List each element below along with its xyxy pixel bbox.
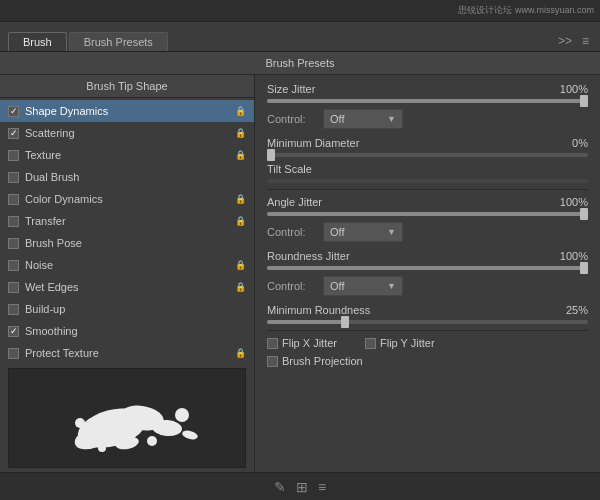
top-bar: 思锐设计论坛 www.missyuan.com [0, 0, 600, 22]
lock-icon: 🔒 [235, 282, 246, 292]
brush-projection-checkbox[interactable]: Brush Projection [267, 355, 363, 367]
watermark: 思锐设计论坛 www.missyuan.com [6, 4, 594, 17]
brush-item-checkbox [8, 194, 19, 205]
angle-jitter-slider[interactable] [267, 212, 588, 216]
brush-item-checkbox [8, 260, 19, 271]
divider-2 [267, 330, 588, 331]
angle-jitter-value: 100% [553, 196, 588, 208]
grid-icon[interactable]: ⊞ [296, 479, 308, 495]
main-content: Brush Tip Shape ✓Shape Dynamics🔒✓Scatter… [0, 75, 600, 472]
brush-item-checkbox: ✓ [8, 106, 19, 117]
brush-list-item[interactable]: Dual Brush [0, 166, 254, 188]
right-panel: Size Jitter 100% Control: Off ▼ Minimum … [255, 75, 600, 472]
tilt-scale-label: Tilt Scale [267, 163, 553, 175]
min-roundness-thumb[interactable] [341, 316, 349, 328]
min-roundness-value: 25% [553, 304, 588, 316]
angle-jitter-thumb[interactable] [580, 208, 588, 220]
tab-bar: Brush Brush Presets >> ≡ [0, 22, 600, 52]
brush-preview [8, 368, 246, 468]
svg-point-5 [75, 418, 85, 428]
roundness-jitter-slider[interactable] [267, 266, 588, 270]
lock-icon: 🔒 [235, 194, 246, 204]
edit-icon[interactable]: ✎ [274, 479, 286, 495]
brush-list-item[interactable]: Protect Texture🔒 [0, 342, 254, 364]
brush-item-label: Wet Edges [25, 281, 235, 293]
min-roundness-label: Minimum Roundness [267, 304, 553, 316]
select-arrow-3-icon: ▼ [387, 281, 396, 291]
size-jitter-control-row: Control: Off ▼ [267, 109, 588, 129]
angle-jitter-fill [267, 212, 588, 216]
flip-x-checkbox[interactable]: Flip X Jitter [267, 337, 337, 349]
brush-list-item[interactable]: ✓Smoothing [0, 320, 254, 342]
size-jitter-value: 100% [553, 83, 588, 95]
divider-1 [267, 189, 588, 190]
svg-point-7 [147, 436, 157, 446]
tab-brush-presets[interactable]: Brush Presets [69, 32, 168, 51]
brush-presets-header: Brush Presets [0, 52, 600, 75]
brush-item-label: Texture [25, 149, 235, 161]
brush-item-label: Shape Dynamics [25, 105, 235, 117]
roundness-jitter-fill [267, 266, 588, 270]
brush-item-checkbox [8, 150, 19, 161]
brush-item-label: Smoothing [25, 325, 246, 337]
select-arrow-2-icon: ▼ [387, 227, 396, 237]
lock-icon: 🔒 [235, 150, 246, 160]
lock-icon: 🔒 [235, 348, 246, 358]
tab-brush[interactable]: Brush [8, 32, 67, 51]
flip-y-cb [365, 338, 376, 349]
brush-list-item[interactable]: Color Dynamics🔒 [0, 188, 254, 210]
brush-item-label: Brush Pose [25, 237, 246, 249]
brush-item-label: Noise [25, 259, 235, 271]
flip-row: Flip X Jitter Flip Y Jitter [267, 337, 588, 349]
brush-list-item[interactable]: Texture🔒 [0, 144, 254, 166]
roundness-jitter-control-label: Control: [267, 280, 317, 292]
brush-list-item[interactable]: ✓Shape Dynamics🔒 [0, 100, 254, 122]
min-roundness-slider[interactable] [267, 320, 588, 324]
brush-item-label: Dual Brush [25, 171, 246, 183]
brush-list-item[interactable]: Brush Pose [0, 232, 254, 254]
brush-list-item[interactable]: ✓Scattering🔒 [0, 122, 254, 144]
size-jitter-control-select[interactable]: Off ▼ [323, 109, 403, 129]
angle-jitter-control-label: Control: [267, 226, 317, 238]
brush-item-checkbox [8, 216, 19, 227]
brush-item-label: Color Dynamics [25, 193, 235, 205]
angle-jitter-row: Angle Jitter 100% [267, 196, 588, 208]
size-jitter-thumb[interactable] [580, 95, 588, 107]
min-diameter-slider[interactable] [267, 153, 588, 157]
brush-item-checkbox [8, 172, 19, 183]
brush-list-item[interactable]: Transfer🔒 [0, 210, 254, 232]
flip-x-label: Flip X Jitter [282, 337, 337, 349]
brush-item-checkbox [8, 348, 19, 359]
brush-list-item[interactable]: Build-up [0, 298, 254, 320]
brush-item-checkbox: ✓ [8, 128, 19, 139]
roundness-jitter-thumb[interactable] [580, 262, 588, 274]
flip-x-cb [267, 338, 278, 349]
size-jitter-fill [267, 99, 588, 103]
svg-point-9 [181, 429, 199, 441]
flip-y-checkbox[interactable]: Flip Y Jitter [365, 337, 435, 349]
menu-icon[interactable]: ≡ [318, 479, 326, 495]
min-roundness-row: Minimum Roundness 25% [267, 304, 588, 316]
tab-menu-icon[interactable]: ≡ [579, 33, 592, 49]
brush-list-item[interactable]: Noise🔒 [0, 254, 254, 276]
tab-forward-icon[interactable]: >> [555, 33, 575, 49]
min-diameter-thumb[interactable] [267, 149, 275, 161]
size-jitter-label: Size Jitter [267, 83, 553, 95]
brush-item-label: Transfer [25, 215, 235, 227]
brush-list-item[interactable]: Wet Edges🔒 [0, 276, 254, 298]
tilt-scale-slider[interactable] [267, 179, 588, 183]
angle-jitter-control-row: Control: Off ▼ [267, 222, 588, 242]
size-jitter-control-label: Control: [267, 113, 317, 125]
angle-jitter-control-select[interactable]: Off ▼ [323, 222, 403, 242]
flip-y-label: Flip Y Jitter [380, 337, 435, 349]
brush-item-label: Scattering [25, 127, 235, 139]
svg-point-8 [98, 444, 106, 452]
size-jitter-row: Size Jitter 100% [267, 83, 588, 95]
size-jitter-slider[interactable] [267, 99, 588, 103]
roundness-jitter-control-select[interactable]: Off ▼ [323, 276, 403, 296]
brush-panel: 思锐设计论坛 www.missyuan.com Brush Brush Pres… [0, 0, 600, 500]
roundness-jitter-control-row: Control: Off ▼ [267, 276, 588, 296]
brush-preview-svg [12, 373, 242, 463]
brush-item-checkbox: ✓ [8, 326, 19, 337]
min-diameter-value: 0% [553, 137, 588, 149]
